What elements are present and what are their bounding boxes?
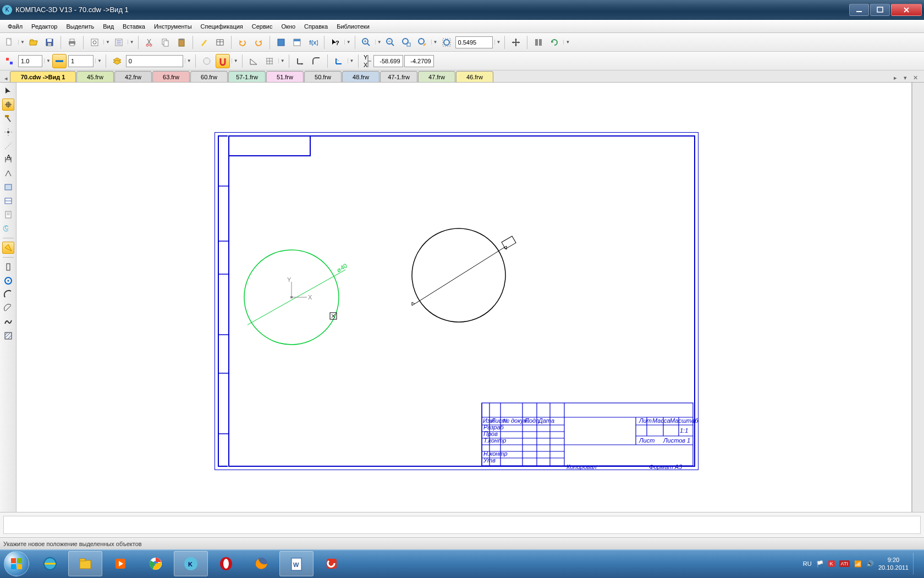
lt-geometry-icon[interactable]	[2, 242, 14, 254]
layer-dropdown-icon[interactable]: ▼	[185, 58, 191, 63]
grid-dropdown-icon[interactable]: ▼	[278, 58, 285, 63]
save-button[interactable]	[42, 35, 57, 50]
snap-dropdown-icon[interactable]: ▼	[232, 58, 238, 63]
help-cursor-button[interactable]: ?	[328, 35, 343, 50]
copy-button[interactable]	[158, 35, 173, 50]
taskbar-chrome-icon[interactable]	[139, 551, 173, 576]
lt-table2-icon[interactable]	[2, 195, 14, 207]
tab-scroll-left[interactable]: ◂	[2, 75, 10, 82]
refresh-button[interactable]	[547, 35, 562, 50]
fx-button[interactable]: f(x)	[306, 35, 320, 50]
maximize-button[interactable]	[870, 4, 890, 16]
preview-button[interactable]	[87, 35, 102, 50]
tab-close-button[interactable]: ✕	[911, 73, 920, 82]
tab-scroll-right[interactable]: ▸	[891, 73, 900, 82]
undo-button[interactable]	[235, 35, 250, 50]
zoom-input[interactable]	[455, 36, 493, 48]
properties-dropdown-icon[interactable]: ▼	[128, 40, 134, 45]
cut-button[interactable]	[142, 35, 157, 50]
taskbar-ie-icon[interactable]	[33, 551, 67, 576]
doc-tab-11[interactable]: 46.frw	[456, 71, 493, 82]
lt-hatch-icon[interactable]	[2, 330, 14, 342]
taskbar-media-icon[interactable]	[103, 551, 138, 576]
tray-shield-icon[interactable]: K	[828, 560, 835, 567]
style-input[interactable]	[68, 55, 94, 67]
grid-button[interactable]	[262, 54, 277, 68]
variables-button[interactable]	[290, 35, 304, 50]
new-dropdown-icon[interactable]: ▼	[18, 40, 25, 45]
lt-dim-icon[interactable]: A	[2, 154, 14, 166]
lt-segment-icon[interactable]	[2, 261, 14, 273]
lt-point-icon[interactable]	[2, 126, 14, 138]
step-input[interactable]	[18, 55, 42, 67]
pan-button[interactable]	[509, 35, 523, 50]
taskbar-firefox-icon[interactable]	[244, 551, 278, 576]
menu-editor[interactable]: Редактор	[27, 22, 62, 31]
y-coord-input[interactable]	[404, 55, 434, 67]
start-button[interactable]	[1, 550, 32, 577]
stop-button[interactable]	[200, 54, 214, 68]
local-cs-dropdown-icon[interactable]: ▼	[348, 58, 354, 63]
print-button[interactable]	[65, 35, 79, 50]
lt-aux-icon[interactable]	[2, 140, 14, 152]
help-dropdown-icon[interactable]: ▼	[344, 40, 351, 45]
menu-insert[interactable]: Вставка	[118, 22, 150, 31]
zoom-in-dropdown-icon[interactable]: ▼	[375, 40, 382, 45]
redo-button[interactable]	[251, 35, 266, 50]
step-dropdown-icon[interactable]: ▼	[44, 58, 51, 63]
lt-ellipse-icon[interactable]	[2, 302, 14, 314]
menu-view[interactable]: Вид	[98, 22, 118, 31]
doc-tab-10[interactable]: 47.frw	[418, 71, 455, 82]
taskbar-word-icon[interactable]: W	[279, 551, 314, 576]
zoom-dropdown-icon[interactable]: ▼	[494, 40, 501, 45]
new-button[interactable]	[2, 35, 16, 50]
doc-tab-6[interactable]: 51.frw	[266, 71, 304, 82]
menu-select[interactable]: Выделить	[62, 22, 98, 31]
current-state-button[interactable]	[2, 54, 16, 68]
doc-tab-0[interactable]: 70.cdw ->Вид 1	[10, 71, 76, 82]
menu-file[interactable]: Файл	[3, 22, 27, 31]
minimize-button[interactable]	[849, 4, 869, 16]
doc-tab-7[interactable]: 50.frw	[304, 71, 342, 82]
vertical-scrollbar[interactable]	[912, 83, 924, 512]
zoom-prev-dropdown-icon[interactable]: ▼	[431, 40, 438, 45]
command-input[interactable]	[3, 516, 921, 534]
lt-spline-icon[interactable]	[2, 316, 14, 328]
x-coord-input[interactable]	[373, 55, 403, 67]
manager-button[interactable]	[274, 35, 288, 50]
lt-move-icon[interactable]	[2, 99, 14, 111]
close-button[interactable]	[891, 4, 922, 16]
menu-window[interactable]: Окно	[277, 22, 300, 31]
brush-button[interactable]	[197, 35, 211, 50]
layer-input[interactable]	[126, 55, 183, 67]
style-dropdown-icon[interactable]: ▼	[95, 58, 102, 63]
tray-ati-icon[interactable]: ATI	[839, 560, 850, 567]
open-button[interactable]	[26, 35, 41, 50]
lt-spiral-icon[interactable]	[2, 222, 14, 235]
menu-help[interactable]: Справка	[300, 22, 332, 31]
paste-button[interactable]	[174, 35, 189, 50]
rebuild-button[interactable]	[531, 35, 546, 50]
doc-tab-8[interactable]: 48.frw	[342, 71, 380, 82]
menu-tools[interactable]: Инструменты	[150, 22, 196, 31]
angle-button[interactable]	[246, 54, 261, 68]
taskbar-app-icon[interactable]	[315, 551, 349, 576]
lt-report-icon[interactable]	[2, 209, 14, 221]
ortho-button[interactable]	[293, 54, 307, 68]
lt-hammer-icon[interactable]	[2, 112, 14, 124]
drawing-canvas[interactable]: ⌀40 Y X	[16, 83, 912, 512]
tray-network-icon[interactable]: 📶	[854, 560, 862, 568]
table-button[interactable]	[213, 35, 227, 50]
zoom-in-button[interactable]	[359, 35, 373, 50]
snap-button[interactable]	[216, 54, 230, 68]
tab-list-button[interactable]: ▾	[901, 73, 910, 82]
doc-tab-4[interactable]: 60.frw	[190, 71, 228, 82]
zoom-prev-button[interactable]	[415, 35, 430, 50]
zoom-out-button[interactable]	[383, 35, 398, 50]
zoom-window-button[interactable]	[399, 35, 414, 50]
linestyle-button[interactable]	[52, 54, 67, 68]
tray-flag-icon[interactable]: 🏳️	[816, 560, 824, 568]
lt-arrow-icon[interactable]	[2, 85, 14, 97]
lt-table-icon[interactable]	[2, 181, 14, 193]
doc-tab-3[interactable]: 63.frw	[152, 71, 190, 82]
